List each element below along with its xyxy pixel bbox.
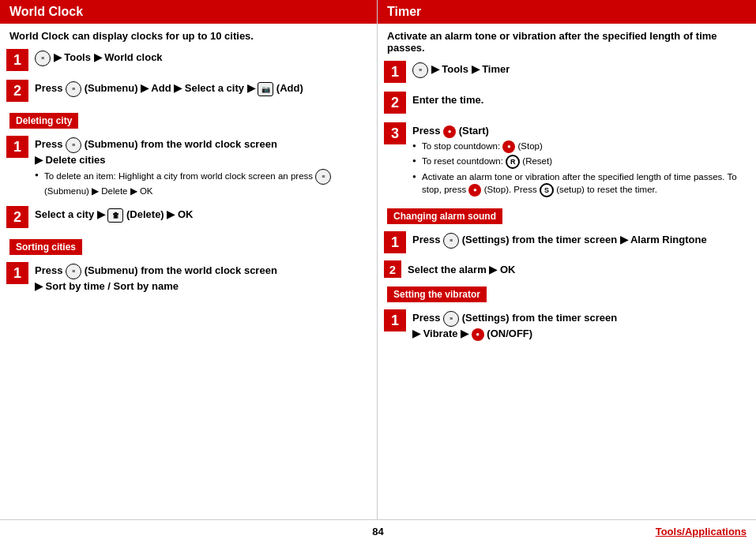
menu-icon-4: ≡: [315, 169, 331, 185]
wc-step1-label: ▶ Tools ▶ World clock: [54, 51, 163, 63]
alarm-step2-content: Select the alarm ▶ OK: [408, 260, 747, 277]
camera-icon: 📷: [258, 82, 273, 96]
left-panel: World Clock World Clock can display cloc…: [0, 0, 378, 519]
timer-header: Timer: [378, 0, 756, 24]
wc-step1-text: ≡ ▶ Tools ▶ World clock: [35, 51, 367, 66]
setting-vibrator-section: Setting the vibrator 1 Press ≡ (Settings…: [378, 280, 756, 344]
sorting-cities-section: Sorting cities 1 Press ≡ (Submenu) from …: [0, 233, 377, 297]
wc-step2-text: Press ≡ (Submenu) ▶ Add ▶ Select a city …: [35, 81, 367, 97]
timer-intro: Activate an alarm tone or vibration afte…: [378, 24, 756, 57]
wc-step1-number: 1: [6, 49, 28, 71]
stop-icon-2: ●: [468, 184, 481, 197]
reset-icon: R: [506, 155, 520, 169]
changing-alarm-header: Changing alarm sound: [387, 208, 502, 224]
timer-step3-content: Press ● (Start) To stop countdown: ● (St…: [412, 122, 747, 197]
timer-step1-label: ▶ Tools ▶ Timer: [431, 63, 510, 75]
onoff-icon: ●: [472, 328, 484, 341]
setting-vibrator-header: Setting the vibrator: [387, 286, 487, 302]
timer-step2: 2 Enter the time.: [378, 88, 756, 117]
alarm-step1-content: Press ≡ (Settings) from the timer screen…: [412, 230, 747, 249]
timer-step3: 3 Press ● (Start) To stop countdown: ● (…: [378, 118, 756, 200]
alarm-step1-number: 1: [384, 231, 406, 253]
alarm-step2-text: Select the alarm ▶ OK: [408, 263, 747, 277]
del-step1-text: Press ≡ (Submenu) from the world clock s…: [35, 137, 367, 167]
timer-step1-number: 1: [384, 61, 406, 83]
sort-step1: 1 Press ≡ (Submenu) from the world clock…: [0, 258, 377, 297]
timer-step3-text: Press ● (Start): [412, 124, 747, 138]
vib-step1-text: Press ≡ (Settings) from the timer screen…: [412, 311, 747, 341]
menu-icon-t1: ≡: [412, 62, 428, 78]
deleting-city-header: Deleting city: [9, 113, 78, 129]
right-panel: Timer Activate an alarm tone or vibratio…: [378, 0, 756, 519]
timer-step2-text: Enter the time.: [412, 93, 747, 107]
del-step1-number: 1: [6, 136, 28, 158]
start-icon: ●: [443, 125, 456, 138]
del-step2-content: Select a city ▶ 🗑 (Delete) ▶ OK: [35, 205, 367, 223]
wc-step2-content: Press ≡ (Submenu) ▶ Add ▶ Select a city …: [35, 79, 367, 97]
vib-step1-number: 1: [384, 309, 406, 331]
menu-icon-a1: ≡: [443, 233, 459, 249]
del-step1-content: Press ≡ (Submenu) from the world clock s…: [35, 135, 367, 197]
del-step1: 1 Press ≡ (Submenu) from the world clock…: [0, 132, 377, 200]
timer-note2: To reset countdown: R (Reset): [412, 155, 747, 169]
alarm-step1: 1 Press ≡ (Settings) from the timer scre…: [378, 227, 756, 257]
deleting-city-section: Deleting city 1 Press ≡ (Submenu) from t…: [0, 107, 377, 231]
timer-step1: 1 ≡ ▶ Tools ▶ Timer: [378, 57, 756, 86]
alarm-step1-text: Press ≡ (Settings) from the timer screen…: [412, 233, 747, 249]
sort-step1-text: Press ≡ (Submenu) from the world clock s…: [35, 264, 367, 294]
timer-note3: Activate an alarm tone or vibration afte…: [412, 170, 747, 197]
del-step1-line2: ▶ Delete cities: [35, 154, 106, 166]
changing-alarm-section: Changing alarm sound 1 Press ≡ (Settings…: [378, 202, 756, 280]
del-step2-text: Select a city ▶ 🗑 (Delete) ▶ OK: [35, 208, 367, 223]
timer-step1-text: ≡ ▶ Tools ▶ Timer: [412, 62, 747, 78]
wc-step1-content: ≡ ▶ Tools ▶ World clock: [35, 48, 367, 66]
vib-step1-content: Press ≡ (Settings) from the timer screen…: [412, 309, 747, 341]
sorting-cities-header: Sorting cities: [9, 239, 82, 255]
world-clock-header: World Clock: [0, 0, 377, 24]
sort-step1-content: Press ≡ (Submenu) from the world clock s…: [35, 261, 367, 294]
del-step2-number: 2: [6, 206, 28, 228]
world-clock-intro: World Clock can display clocks for up to…: [0, 24, 377, 45]
wc-step2: 2 Press ≡ (Submenu) ▶ Add ▶ Select a cit…: [0, 76, 377, 105]
wc-step2-number: 2: [6, 80, 28, 102]
menu-icon-2: ≡: [66, 81, 81, 97]
timer-step3-number: 3: [384, 122, 406, 144]
timer-note1: To stop countdown: ● (Stop): [412, 140, 747, 153]
sort-step1-line2: ▶ Sort by time / Sort by name: [35, 280, 179, 292]
vib-step1: 1 Press ≡ (Settings) from the timer scre…: [378, 305, 756, 344]
timer-step1-content: ≡ ▶ Tools ▶ Timer: [412, 60, 747, 78]
stop-icon-1: ●: [502, 140, 515, 153]
wc-step1: 1 ≡ ▶ Tools ▶ World clock: [0, 45, 377, 74]
setup-icon: S: [540, 183, 554, 197]
footer: 84 Tools/Applications: [0, 519, 756, 543]
menu-icon-v1: ≡: [443, 311, 459, 327]
alarm-step2-number: 2: [384, 260, 401, 278]
sort-step1-number: 1: [6, 262, 28, 284]
del-step2: 2 Select a city ▶ 🗑 (Delete) ▶ OK: [0, 202, 377, 231]
page-content: World Clock World Clock can display cloc…: [0, 0, 756, 519]
delete-icon: 🗑: [107, 208, 123, 223]
tools-applications-link[interactable]: Tools/Applications: [656, 526, 747, 537]
timer-step2-content: Enter the time.: [412, 91, 747, 107]
page-number: 84: [372, 526, 383, 537]
del-step1-note: To delete an item: Highlight a city from…: [35, 169, 367, 197]
menu-icon-1: ≡: [35, 51, 51, 66]
alarm-step2: 2 Select the alarm ▶ OK: [378, 258, 756, 280]
timer-step2-number: 2: [384, 92, 406, 114]
menu-icon-5: ≡: [66, 264, 81, 279]
menu-icon-3: ≡: [66, 137, 81, 153]
